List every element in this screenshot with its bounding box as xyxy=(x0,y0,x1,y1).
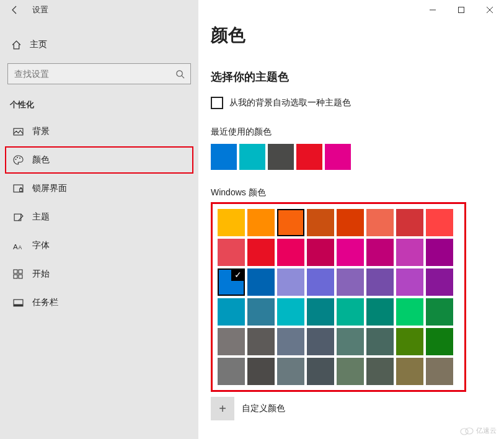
svg-point-4 xyxy=(19,157,20,159)
color-swatch[interactable] xyxy=(307,328,334,355)
section-title: 个性化 xyxy=(0,84,198,118)
titlebar: 设置 xyxy=(0,0,198,20)
font-icon: AA xyxy=(11,241,25,251)
custom-color-row[interactable]: + 自定义颜色 xyxy=(211,397,504,420)
recent-color-swatch[interactable] xyxy=(211,144,237,170)
color-swatch[interactable] xyxy=(218,239,245,266)
search-box[interactable] xyxy=(7,63,191,84)
nav-label: 主题 xyxy=(32,211,50,223)
color-swatch[interactable] xyxy=(247,209,275,236)
subtitle: 选择你的主题色 xyxy=(211,69,504,84)
nav-item-start[interactable]: 开始 xyxy=(5,260,193,288)
color-swatch[interactable] xyxy=(307,268,334,296)
color-swatch[interactable] xyxy=(277,268,304,296)
color-swatch[interactable] xyxy=(366,328,394,355)
theme-icon xyxy=(11,212,25,223)
nav-item-taskbar[interactable]: 任务栏 xyxy=(5,289,193,316)
color-swatch[interactable] xyxy=(277,328,304,355)
color-swatch[interactable] xyxy=(337,328,364,355)
image-icon xyxy=(11,126,25,137)
svg-point-3 xyxy=(17,157,18,158)
home-icon xyxy=(10,40,22,50)
recent-color-swatch[interactable] xyxy=(268,144,294,170)
sidebar: 设置 主页 个性化 背景 xyxy=(0,0,198,439)
color-swatch[interactable] xyxy=(247,268,275,296)
nav-item-fonts[interactable]: AA 字体 xyxy=(5,232,193,259)
color-swatch[interactable]: ✓ xyxy=(218,268,245,296)
nav-item-themes[interactable]: 主题 xyxy=(5,203,193,231)
color-swatch[interactable] xyxy=(337,268,364,296)
taskbar-icon xyxy=(11,298,25,308)
recent-color-swatch[interactable] xyxy=(239,144,265,170)
nav-item-background[interactable]: 背景 xyxy=(5,118,193,145)
color-swatch[interactable] xyxy=(396,209,423,236)
recent-color-swatch[interactable] xyxy=(325,144,351,170)
nav-item-lockscreen[interactable]: 锁屏界面 xyxy=(5,175,193,202)
checkbox-box[interactable] xyxy=(211,97,223,109)
svg-point-18 xyxy=(466,428,473,434)
color-swatch[interactable] xyxy=(396,358,423,385)
color-swatch[interactable] xyxy=(396,298,423,326)
svg-text:A: A xyxy=(18,244,22,250)
color-swatch[interactable] xyxy=(366,209,394,236)
maximize-button[interactable] xyxy=(447,0,475,20)
color-swatch[interactable] xyxy=(307,358,334,385)
color-swatch[interactable] xyxy=(396,239,423,266)
color-swatch[interactable] xyxy=(247,239,275,266)
color-swatch[interactable] xyxy=(366,239,394,266)
color-swatch[interactable] xyxy=(277,209,304,236)
home-link[interactable]: 主页 xyxy=(0,31,198,58)
page-title: 颜色 xyxy=(211,24,504,47)
color-swatch[interactable] xyxy=(426,239,453,266)
color-swatch[interactable] xyxy=(247,298,275,326)
plus-icon[interactable]: + xyxy=(211,397,234,420)
color-swatch[interactable] xyxy=(307,298,334,326)
windows-colors-grid: ✓ xyxy=(218,209,459,385)
color-swatch[interactable] xyxy=(337,358,364,385)
color-swatch[interactable] xyxy=(307,209,334,236)
search-input[interactable] xyxy=(8,69,169,79)
color-swatch[interactable] xyxy=(426,268,453,296)
svg-rect-16 xyxy=(459,7,464,13)
windows-colors-highlight: ✓ xyxy=(211,202,466,392)
color-swatch[interactable] xyxy=(366,358,394,385)
close-button[interactable] xyxy=(475,0,504,20)
svg-text:A: A xyxy=(13,242,18,250)
minimize-button[interactable] xyxy=(418,0,447,20)
back-button[interactable] xyxy=(2,0,27,20)
color-swatch[interactable] xyxy=(396,268,423,296)
nav-item-colors[interactable]: 颜色 xyxy=(5,146,193,174)
color-swatch[interactable] xyxy=(396,328,423,355)
color-swatch[interactable] xyxy=(307,239,334,266)
color-swatch[interactable] xyxy=(218,328,245,355)
nav-label: 字体 xyxy=(32,240,50,251)
color-swatch[interactable] xyxy=(277,239,304,266)
color-swatch[interactable] xyxy=(337,239,364,266)
svg-point-0 xyxy=(176,70,182,76)
color-swatch[interactable] xyxy=(218,358,245,385)
color-swatch[interactable] xyxy=(426,328,453,355)
color-swatch[interactable] xyxy=(247,328,275,355)
color-swatch[interactable] xyxy=(426,358,453,385)
color-swatch[interactable] xyxy=(218,298,245,326)
color-swatch[interactable] xyxy=(337,298,364,326)
auto-color-checkbox[interactable]: 从我的背景自动选取一种主题色 xyxy=(211,97,504,109)
svg-rect-15 xyxy=(14,304,23,306)
svg-rect-12 xyxy=(14,275,17,278)
color-swatch[interactable] xyxy=(426,209,453,236)
nav-label: 任务栏 xyxy=(32,297,58,308)
color-swatch[interactable] xyxy=(426,298,453,326)
color-swatch[interactable] xyxy=(337,209,364,236)
recent-color-swatch[interactable] xyxy=(296,144,322,170)
color-swatch[interactable] xyxy=(247,358,275,385)
color-swatch[interactable] xyxy=(277,298,304,326)
custom-color-label: 自定义颜色 xyxy=(242,403,285,414)
color-swatch[interactable] xyxy=(218,209,245,236)
search-icon[interactable] xyxy=(169,63,190,84)
watermark: 亿速云 xyxy=(460,426,497,435)
home-label: 主页 xyxy=(30,39,47,50)
color-swatch[interactable] xyxy=(366,298,394,326)
color-swatch[interactable] xyxy=(277,358,304,385)
window-controls xyxy=(418,0,504,20)
color-swatch[interactable] xyxy=(366,268,394,296)
